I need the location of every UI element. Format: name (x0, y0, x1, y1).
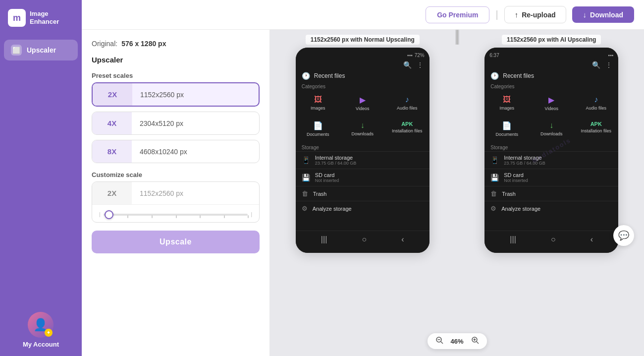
internal-storage-normal: 📱 Internal storage 23.75 GB / 64.00 GB (296, 151, 429, 169)
nav-apps-ai: ||| (510, 235, 516, 244)
chat-button[interactable]: 💬 (613, 225, 634, 246)
docs-icon: 📄 (313, 121, 323, 130)
apk-icon-ai: APK (590, 121, 602, 127)
header-divider: | (495, 9, 498, 20)
recent-files-row-ai: 🕐 Recent files (484, 70, 618, 83)
scale-option-8x[interactable]: 8X 4608x10240 px (92, 140, 260, 163)
cat-audio-normal: ♪ Audio files (385, 92, 429, 114)
zoom-in-button[interactable] (471, 336, 479, 346)
scale-options: 2X 1152x2560 px 4X 2304x5120 px 8X 4608x… (92, 82, 260, 163)
customize-scale-section: Customize scale 2X 1152x2560 px | (92, 171, 260, 223)
clock-icon-normal: 🕐 (302, 72, 310, 80)
body: Original: 576 x 1280 px Upscaler Preset … (82, 30, 644, 356)
svg-line-4 (477, 342, 479, 344)
sidebar-logo: m Image Enhancer (0, 0, 82, 36)
reupload-button[interactable]: ↑ Re-upload (504, 6, 566, 23)
images-icon-ai: 🖼 (503, 95, 511, 104)
categories-header-ai: Categories (484, 83, 618, 90)
signal-icon: ▪▪▪ (407, 53, 413, 58)
videos-label-normal: Videos (356, 106, 369, 111)
scale-dims-4x: 2304x5120 px (132, 112, 259, 134)
cat-apk-normal: APK Installation files (385, 118, 429, 140)
cat-downloads-normal: ↓ Downloads (340, 118, 385, 140)
nav-home-normal: ○ (362, 235, 367, 244)
downloads-label-ai: Downloads (540, 131, 563, 136)
phone-normal-screen: ▪▪▪ 72% 🔍 ⋮ 🕐 (296, 48, 429, 253)
phone-toolbar-ai: 🔍 ⋮ (484, 59, 618, 70)
svg-line-1 (441, 342, 443, 344)
storage-info-sd-ai: SD card Not inserted (504, 172, 528, 183)
spacer-ai (484, 216, 618, 231)
recent-files-label-ai: Recent files (503, 72, 534, 79)
download-icon: ↓ (583, 10, 587, 19)
sd-card-name-ai: SD card (504, 172, 528, 178)
original-value: 576 x 1280 px (121, 40, 166, 48)
nav-back-ai: ‹ (590, 235, 593, 244)
slider-track[interactable] (104, 214, 248, 216)
audio-label-normal: Audio files (397, 106, 418, 111)
phone-status-bar-normal: ▪▪▪ 72% (296, 52, 429, 59)
slider-thumb[interactable] (105, 210, 113, 219)
scale-option-2x[interactable]: 2X 1152x2560 px (92, 82, 260, 107)
storage-info-internal-ai: Internal storage 23.75 GB / 64.00 GB (504, 155, 545, 166)
phone-toolbar-icons-ai: 🔍 ⋮ (592, 61, 612, 69)
nav-home-ai: ○ (551, 235, 556, 244)
main-content: Go Premium | ↑ Re-upload ↓ Download Orig… (82, 0, 644, 356)
scale-option-4x[interactable]: 4X 2304x5120 px (92, 112, 260, 135)
analyze-label-ai: Analyze storage (501, 206, 540, 212)
sd-card-sub-normal: Not inserted (315, 178, 339, 183)
storage-info-sd-normal: SD card Not inserted (315, 172, 339, 183)
phone-normal: ▪▪▪ 72% 🔍 ⋮ 🕐 (296, 48, 429, 253)
zoom-out-button[interactable] (435, 336, 443, 346)
sidebar-item-label: Upscaler (27, 46, 56, 54)
sidebar-nav: ⬜ Upscaler (0, 36, 82, 304)
phone-ai: Mediatools 6:37 ▪▪▪ 🔍 ⋮ (484, 48, 618, 253)
go-premium-button[interactable]: Go Premium (426, 6, 489, 23)
preview-normal-column: 1152x2560 px with Normal Upscaling ▪▪▪ 7… (270, 30, 455, 253)
apk-label-ai: Installation files (581, 128, 611, 133)
sidebar: m Image Enhancer ⬜ Upscaler 👤 ✦ My Accou… (0, 0, 82, 356)
category-grid-top-ai: 🖼 Images ▶ Videos ♪ Audio files (484, 90, 618, 116)
downloads-icon-ai: ↓ (549, 121, 553, 130)
nav-apps-normal: ||| (321, 235, 327, 244)
phone-nav-ai: ||| ○ ‹ (484, 231, 618, 249)
sidebar-account[interactable]: 👤 ✦ My Account (15, 304, 67, 356)
slider-tick-3 (176, 215, 177, 218)
phone-toolbar-normal: 🔍 ⋮ (296, 59, 429, 70)
cat-downloads-ai: ↓ Downloads (529, 118, 574, 140)
downloads-label-normal: Downloads (351, 131, 374, 136)
account-label: My Account (23, 341, 59, 348)
slider-max-icon: | (251, 212, 252, 217)
recent-files-label-normal: Recent files (314, 72, 345, 79)
phone-ai-screen: 6:37 ▪▪▪ 🔍 ⋮ 🕐 (484, 48, 618, 253)
cat-videos-normal: ▶ Videos (340, 92, 385, 114)
slider-min-icon: | (99, 212, 101, 217)
search-icon-ai: 🔍 (592, 61, 600, 69)
images-label-ai: Images (499, 106, 514, 111)
customize-top: 2X 1152x2560 px (92, 182, 259, 205)
trash-label-ai: Trash (502, 191, 516, 197)
videos-label-ai: Videos (545, 106, 558, 111)
scale-dims-2x: 1152x2560 px (132, 83, 259, 106)
category-grid-bottom-ai: 📄 Documents ↓ Downloads APK Installation (484, 116, 618, 142)
preview-divider[interactable] (455, 30, 459, 45)
left-panel: Original: 576 x 1280 px Upscaler Preset … (82, 30, 270, 356)
download-button[interactable]: ↓ Download (572, 6, 634, 23)
preview-normal-label: 1152x2560 px with Normal Upscaling (306, 35, 420, 45)
original-label: Original: (92, 40, 117, 48)
cat-videos-ai: ▶ Videos (529, 92, 574, 114)
sd-card-icon-ai: 💾 (490, 174, 499, 181)
account-badge: ✦ (45, 329, 53, 337)
audio-icon: ♪ (405, 95, 409, 104)
docs-label-ai: Documents (495, 132, 518, 137)
sidebar-item-upscaler[interactable]: ⬜ Upscaler (4, 40, 78, 60)
phone-toolbar-icons-normal: 🔍 ⋮ (403, 61, 424, 69)
upscale-button[interactable]: Upscale (92, 231, 260, 253)
trash-ai: 🗑 Trash (484, 186, 618, 201)
header: Go Premium | ↑ Re-upload ↓ Download (82, 0, 644, 30)
internal-storage-icon: 📱 (302, 156, 310, 164)
cat-images-normal: 🖼 Images (296, 92, 340, 114)
preset-scales-label: Preset scales (92, 72, 260, 79)
preview-area: 1152x2560 px with Normal Upscaling ▪▪▪ 7… (270, 30, 644, 356)
sd-card-icon: 💾 (302, 174, 310, 181)
